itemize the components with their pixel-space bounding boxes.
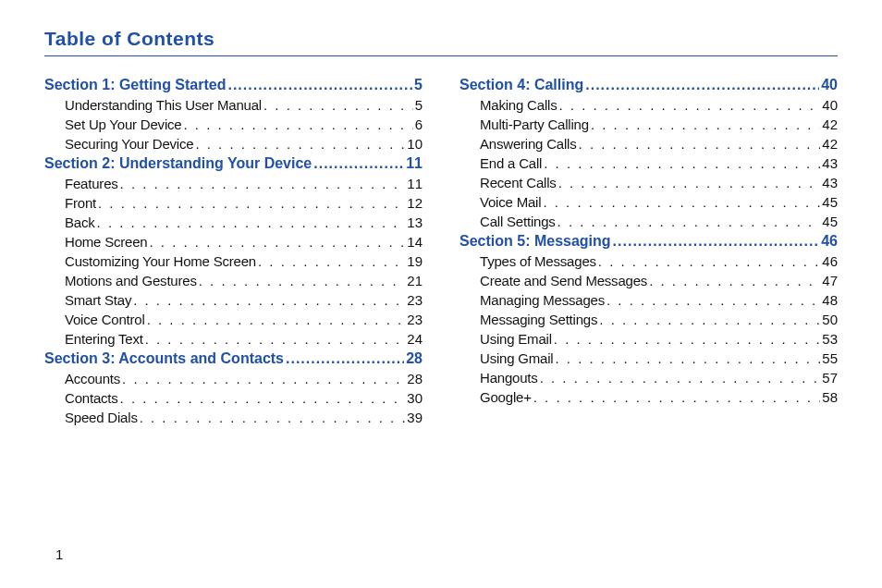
toc-entry[interactable]: Voice Control. . . . . . . . . . . . . .… (44, 312, 423, 327)
toc-entry[interactable]: Smart Stay. . . . . . . . . . . . . . . … (44, 292, 423, 308)
toc-section-head[interactable]: Section 3: Accounts and Contacts .......… (44, 350, 423, 367)
toc-entry[interactable]: Answering Calls. . . . . . . . . . . . .… (459, 136, 838, 152)
toc-entry[interactable]: Using Gmail. . . . . . . . . . . . . . .… (459, 350, 838, 366)
toc-entry-page: 30 (407, 390, 423, 406)
toc-entry-label: Features (65, 176, 118, 191)
toc-entry[interactable]: Voice Mail. . . . . . . . . . . . . . . … (459, 194, 838, 210)
toc-entry[interactable]: Front. . . . . . . . . . . . . . . . . .… (44, 195, 423, 211)
toc-entry-label: Create and Send Messages (480, 273, 647, 288)
toc-entry[interactable]: Contacts. . . . . . . . . . . . . . . . … (44, 390, 423, 406)
toc-entry-label: Motions and Gestures (65, 273, 197, 288)
toc-entry-page: 39 (407, 410, 423, 425)
toc-entry-label: Set Up Your Device (65, 116, 181, 132)
toc-entry-label: Types of Messages (480, 253, 596, 269)
toc-entry[interactable]: Types of Messages. . . . . . . . . . . .… (459, 253, 838, 269)
toc-entry[interactable]: Call Settings. . . . . . . . . . . . . .… (459, 214, 838, 229)
toc-entry[interactable]: Home Screen. . . . . . . . . . . . . . .… (44, 234, 423, 250)
leader-dots: . . . . . . . . . . . . . . . . . . . . … (140, 410, 406, 425)
toc-section-title: Section 3: Accounts and Contacts (44, 350, 284, 367)
toc-entry-label: Front (65, 195, 96, 211)
leader-dots: . . . . . . . . . . . . . . . . . . . . … (598, 253, 820, 269)
toc-entry[interactable]: Entering Text. . . . . . . . . . . . . .… (44, 331, 423, 347)
leader-dots: . . . . . . . . . . . . . . . . . . . . … (556, 350, 821, 366)
toc-entry-page: 43 (822, 175, 838, 190)
toc-entry-label: Back (65, 214, 95, 230)
toc-entry-label: Customizing Your Home Screen (65, 253, 256, 269)
toc-entry[interactable]: Set Up Your Device. . . . . . . . . . . … (44, 116, 423, 132)
toc-entry-label: Managing Messages (480, 292, 605, 308)
toc-entry[interactable]: Managing Messages. . . . . . . . . . . .… (459, 292, 838, 308)
toc-entry[interactable]: Recent Calls. . . . . . . . . . . . . . … (459, 175, 838, 190)
toc-entry-label: Hangouts (480, 370, 538, 386)
leader-dots: ........................................… (613, 233, 820, 250)
page-title: Table of Contents (44, 28, 838, 50)
toc-entry-label: Multi-Party Calling (480, 116, 589, 132)
toc-entry[interactable]: Speed Dials. . . . . . . . . . . . . . .… (44, 410, 423, 425)
toc-entry-label: Voice Mail (480, 194, 541, 210)
toc-entry-page: 55 (822, 350, 838, 366)
toc-entry[interactable]: End a Call. . . . . . . . . . . . . . . … (459, 155, 838, 171)
toc-entry[interactable]: Securing Your Device. . . . . . . . . . … (44, 136, 423, 152)
toc-entry-page: 23 (407, 312, 423, 327)
toc-entry-label: Voice Control (65, 312, 145, 327)
toc-section-page: 46 (821, 233, 838, 250)
toc-entry-page: 58 (822, 389, 838, 405)
toc-entry[interactable]: Hangouts. . . . . . . . . . . . . . . . … (459, 370, 838, 386)
toc-section-head[interactable]: Section 2: Understanding Your Device ...… (44, 155, 423, 172)
toc-entry[interactable]: Making Calls. . . . . . . . . . . . . . … (459, 97, 838, 113)
leader-dots: ........................................… (585, 77, 819, 93)
toc-entry-page: 14 (407, 234, 423, 250)
toc-section-head[interactable]: Section 5: Messaging ...................… (459, 233, 838, 250)
leader-dots: . . . . . . . . . . . . . . . . . . . . … (543, 194, 820, 210)
toc-section-title: Section 1: Getting Started (44, 77, 226, 93)
leader-dots: . . . . . . . . . . . . . . . . . . . . … (147, 312, 406, 327)
toc-entry[interactable]: Create and Send Messages. . . . . . . . … (459, 273, 838, 288)
toc-entry[interactable]: Messaging Settings. . . . . . . . . . . … (459, 312, 838, 327)
toc-entry-page: 47 (822, 273, 838, 288)
toc-section-page: 11 (406, 155, 423, 172)
toc-entry-label: Understanding This User Manual (65, 97, 262, 113)
toc-entry[interactable]: Multi-Party Calling. . . . . . . . . . .… (459, 116, 838, 132)
leader-dots: . . . . . . . . . . . . . . . . . . . . … (606, 292, 820, 308)
leader-dots: . . . . . . . . . . . . . . . . . . . . … (195, 136, 405, 152)
toc-entry[interactable]: Accounts. . . . . . . . . . . . . . . . … (44, 371, 423, 386)
toc-entry[interactable]: Motions and Gestures. . . . . . . . . . … (44, 273, 423, 288)
leader-dots: . . . . . . . . . . . . . . . . . . . . … (263, 97, 413, 113)
toc-entry-label: Recent Calls (480, 175, 557, 190)
toc-section-head[interactable]: Section 1: Getting Started .............… (44, 77, 423, 93)
leader-dots: . . . . . . . . . . . . . . . . . . . . … (557, 214, 821, 229)
leader-dots: . . . . . . . . . . . . . . . . . . . . … (120, 176, 406, 191)
toc-section-head[interactable]: Section 4: Calling .....................… (459, 77, 838, 93)
toc-entry-label: Using Gmail (480, 350, 554, 366)
toc-entry[interactable]: Using Email. . . . . . . . . . . . . . .… (459, 331, 838, 347)
toc-entry-page: 13 (407, 214, 423, 230)
toc-entry-label: Accounts (65, 371, 120, 386)
toc-entry[interactable]: Back. . . . . . . . . . . . . . . . . . … (44, 214, 423, 230)
toc-entry-page: 5 (415, 97, 423, 113)
toc-entry-label: Google+ (480, 389, 532, 405)
toc-entry-page: 57 (822, 370, 838, 386)
toc-entry[interactable]: Customizing Your Home Screen. . . . . . … (44, 253, 423, 269)
toc-entry[interactable]: Features. . . . . . . . . . . . . . . . … (44, 176, 423, 191)
toc-section-title: Section 5: Messaging (459, 233, 611, 250)
title-rule (44, 55, 838, 56)
toc-entry-page: 28 (407, 371, 423, 386)
leader-dots: . . . . . . . . . . . . . . . . . . . . … (97, 214, 406, 230)
toc-entry-label: Speed Dials (65, 410, 138, 425)
toc-entry-page: 10 (407, 136, 423, 152)
toc-entry[interactable]: Google+. . . . . . . . . . . . . . . . .… (459, 389, 838, 405)
toc-entry-page: 12 (407, 195, 423, 211)
toc-section-page: 28 (406, 350, 423, 367)
leader-dots: . . . . . . . . . . . . . . . . . . . . … (145, 331, 406, 347)
toc-entry-page: 11 (407, 176, 423, 191)
toc-entry-label: Securing Your Device (65, 136, 193, 152)
toc-entry-page: 45 (822, 194, 838, 210)
leader-dots: . . . . . . . . . . . . . . . . . . . . … (98, 195, 405, 211)
toc-column: Section 4: Calling .....................… (459, 73, 838, 429)
toc-entry[interactable]: Understanding This User Manual. . . . . … (44, 97, 423, 113)
leader-dots: . . . . . . . . . . . . . . . . . . . . … (540, 370, 821, 386)
toc-entry-page: 23 (407, 292, 423, 308)
toc-entry-label: End a Call (480, 155, 542, 171)
toc-entry-page: 21 (407, 273, 423, 288)
leader-dots: . . . . . . . . . . . . . . . . . . . . … (558, 97, 820, 113)
